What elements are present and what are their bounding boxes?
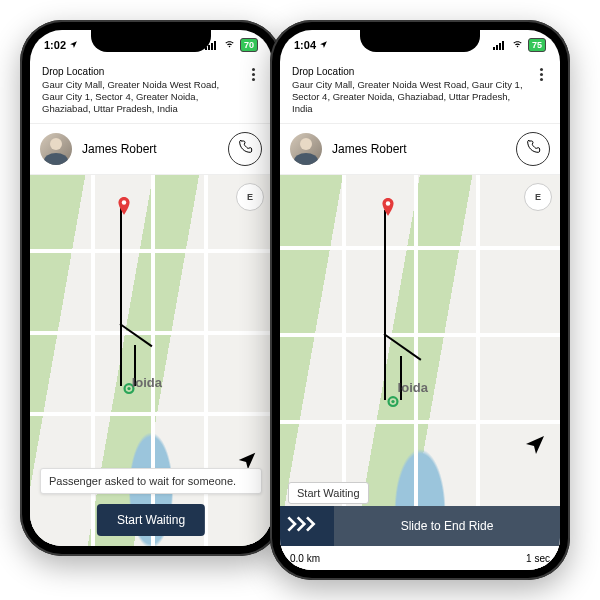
drop-location-section: Drop Location Gaur City Mall, Greater No… — [30, 60, 272, 124]
status-time: 1:04 — [294, 39, 316, 51]
wifi-icon — [223, 39, 236, 51]
passenger-row: James Robert — [280, 124, 560, 175]
slide-label: Slide to End Ride — [334, 519, 560, 533]
passenger-message: Passenger asked to wait for someone. — [40, 468, 262, 494]
more-options-icon[interactable] — [246, 66, 260, 81]
route-line — [120, 208, 122, 386]
svg-point-5 — [392, 400, 395, 403]
phone-device-right: 1:04 75 Drop Location Gaur City Mall, — [270, 20, 570, 580]
passenger-name: James Robert — [332, 142, 407, 156]
signal-icon — [493, 40, 507, 50]
drop-location-address: Gaur City Mall, Greater Noida West Road,… — [292, 79, 526, 115]
screen-right: 1:04 75 Drop Location Gaur City Mall, — [280, 30, 560, 570]
trip-footer: 0.0 km 1 sec — [280, 546, 560, 570]
slide-handle[interactable] — [280, 506, 334, 546]
passenger-row: James Robert — [30, 124, 272, 175]
status-time: 1:02 — [44, 39, 66, 51]
svg-point-0 — [122, 200, 126, 204]
svg-point-3 — [386, 202, 390, 206]
phone-device-left: 1:02 70 Drop Location Gaur City Mall, — [20, 20, 282, 556]
trip-distance: 0.0 km — [290, 553, 320, 564]
drop-location-label: Drop Location — [292, 66, 526, 77]
battery-icon: 70 — [240, 38, 258, 52]
compass-icon[interactable]: E — [524, 183, 552, 211]
screen-left: 1:02 70 Drop Location Gaur City Mall, — [30, 30, 272, 546]
drop-pin-icon — [381, 198, 395, 222]
more-options-icon[interactable] — [534, 66, 548, 81]
trip-duration: 1 sec — [526, 553, 550, 564]
pickup-pin-icon — [386, 396, 400, 420]
location-arrow-icon — [69, 39, 78, 51]
route-line — [384, 210, 386, 400]
chevron-right-icon — [287, 514, 327, 538]
phone-icon — [525, 139, 541, 159]
compass-icon[interactable]: E — [236, 183, 264, 211]
map-city-label: loida — [398, 380, 428, 395]
drop-location-section: Drop Location Gaur City Mall, Greater No… — [280, 60, 560, 124]
drop-location-label: Drop Location — [42, 66, 238, 77]
map-view[interactable]: loida E Start Waiting Slide to End Ride … — [280, 175, 560, 570]
drop-location-address: Gaur City Mall, Greater Noida West Road,… — [42, 79, 238, 115]
drop-pin-icon — [117, 197, 131, 221]
slide-to-end-bar[interactable]: Slide to End Ride — [280, 506, 560, 546]
svg-point-2 — [127, 386, 130, 389]
map-view[interactable]: loida E Passenger asked to wait for some… — [30, 175, 272, 546]
wifi-icon — [511, 39, 524, 51]
battery-icon: 75 — [528, 38, 546, 52]
call-button[interactable] — [516, 132, 550, 166]
avatar[interactable] — [290, 133, 322, 165]
start-waiting-button[interactable]: Start Waiting — [97, 504, 205, 536]
map-city-label: loida — [132, 375, 162, 390]
location-arrow-icon — [319, 39, 328, 51]
passenger-name: James Robert — [82, 142, 157, 156]
device-notch — [91, 30, 211, 52]
locate-me-icon[interactable] — [520, 430, 550, 460]
call-button[interactable] — [228, 132, 262, 166]
avatar[interactable] — [40, 133, 72, 165]
phone-icon — [237, 139, 253, 159]
device-notch — [360, 30, 480, 52]
start-waiting-badge[interactable]: Start Waiting — [288, 482, 369, 504]
